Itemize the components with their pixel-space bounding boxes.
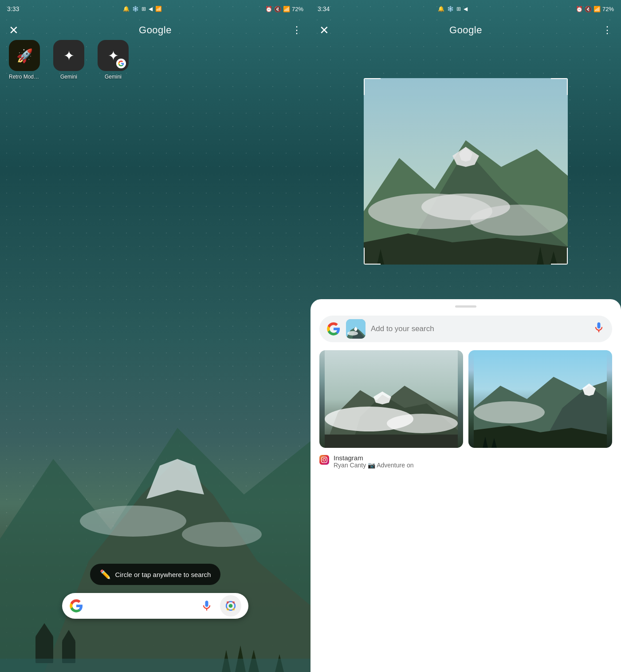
bottom-search-area: ✏️ Circle or tap anywhere to search <box>62 564 248 619</box>
right-status-right: ⏰ 🔇 📶 72% <box>576 6 614 12</box>
viewfinder-overlay <box>364 78 568 265</box>
left-more-button[interactable]: ⋮ <box>292 24 302 36</box>
instagram-icon <box>319 455 329 465</box>
results-grid <box>310 342 621 448</box>
right-nav-icon: ◀ <box>464 6 468 12</box>
right-close-button[interactable]: ✕ <box>319 24 329 37</box>
right-grid-icon: ⊞ <box>456 6 461 12</box>
sheet-mic-button[interactable] <box>593 321 605 336</box>
svg-rect-51 <box>325 435 458 448</box>
source-author: Ryan Canty <box>334 462 366 469</box>
alarm-icon: ⏰ <box>265 6 272 12</box>
source-info: Instagram Ryan Canty 📷 Adventure on <box>310 448 621 469</box>
svg-point-56 <box>474 401 545 423</box>
battery-right: 72% <box>602 6 614 12</box>
gemini1-app-icon-item[interactable]: ✦ Gemini <box>53 40 84 80</box>
source-icon-small: 📷 <box>368 462 377 469</box>
result-card-2[interactable] <box>468 350 612 448</box>
app-icons-row: 🚀 Retro Mode - Ne... ✦ Gemini ✦ <box>9 40 129 80</box>
corner-tl <box>364 78 381 95</box>
left-google-title: Google <box>139 24 172 36</box>
gemini2-icon-box: ✦ <box>98 40 129 71</box>
gemini1-icon-box: ✦ <box>53 40 84 71</box>
left-time: 3:33 <box>7 5 19 12</box>
svg-point-50 <box>387 414 458 433</box>
source-text-block: Instagram Ryan Canty 📷 Adventure on <box>334 454 413 469</box>
svg-point-43 <box>347 331 358 336</box>
sheet-handle <box>455 305 476 308</box>
right-time: 3:34 <box>318 5 330 12</box>
circle-hint-icon: ✏️ <box>100 569 111 580</box>
svg-point-15 <box>229 604 233 608</box>
mic-button[interactable] <box>199 598 215 614</box>
viewfinder-area <box>310 43 621 300</box>
right-status-icons: 🔔 ❄️ ⊞ ◀ <box>438 6 468 12</box>
source-adventure: Adventure on <box>377 462 413 469</box>
corner-bl <box>364 248 381 265</box>
right-mute-icon: 🔇 <box>585 6 592 12</box>
gemini2-app-icon-item[interactable]: ✦ Gemini <box>98 40 129 80</box>
source-author-text: Ryan Canty 📷 Adventure on <box>334 462 413 469</box>
right-screen: 3:34 🔔 ❄️ ⊞ ◀ ⏰ 🔇 📶 72% ✕ Google ⋮ <box>310 0 621 672</box>
add-to-search-input[interactable] <box>371 324 587 333</box>
circle-hint: ✏️ Circle or tap anywhere to search <box>90 564 221 585</box>
svg-point-3 <box>80 506 186 537</box>
notification-icon: 🔔 <box>123 6 130 12</box>
right-header: ✕ Google ⋮ <box>310 18 621 43</box>
right-status-bar: 3:34 🔔 ❄️ ⊞ ◀ ⏰ 🔇 📶 72% <box>310 0 621 18</box>
google-g-logo <box>69 599 83 613</box>
navigation-icon: ◀ <box>149 6 153 12</box>
right-google-title: Google <box>449 24 482 36</box>
sheet-google-logo <box>326 322 341 336</box>
result-card-1[interactable] <box>319 350 463 448</box>
svg-rect-13 <box>0 659 310 672</box>
right-alarm-icon: ⏰ <box>576 6 583 12</box>
svg-point-4 <box>182 522 262 547</box>
left-search-bar[interactable] <box>62 593 248 619</box>
sheet-search-bar[interactable] <box>319 316 612 342</box>
results-sheet: Instagram Ryan Canty 📷 Adventure on <box>310 299 621 672</box>
left-status-right: ⏰ 🔇 📶 72% <box>265 6 303 12</box>
grid-icon: ⊞ <box>141 6 146 12</box>
corner-br <box>551 248 568 265</box>
signal-icon-left: 📶 <box>155 6 162 12</box>
gemini2-app-label: Gemini <box>105 74 122 80</box>
circle-hint-text: Circle or tap anywhere to search <box>115 571 211 578</box>
retro-app-icon-item[interactable]: 🚀 Retro Mode - Ne... <box>9 40 40 80</box>
wifi-icon: 📶 <box>283 6 290 12</box>
left-status-bar: 3:33 🔔 ❄️ ⊞ ◀ 📶 ⏰ 🔇 📶 72% <box>0 0 310 18</box>
right-wifi-icon: 📶 <box>593 6 601 12</box>
viewfinder-box <box>364 78 568 265</box>
mute-icon: 🔇 <box>274 6 281 12</box>
corner-tr <box>551 78 568 95</box>
source-platform: Instagram <box>334 454 413 462</box>
left-status-icons: 🔔 ❄️ ⊞ ◀ 📶 <box>123 6 162 12</box>
search-thumbnail <box>346 319 366 339</box>
right-snowflake-icon: ❄️ <box>447 6 454 12</box>
right-more-button[interactable]: ⋮ <box>602 24 612 36</box>
left-screen: 3:33 🔔 ❄️ ⊞ ◀ 📶 ⏰ 🔇 📶 72% ✕ Google ⋮ 🚀 R… <box>0 0 310 672</box>
retro-icon-box: 🚀 <box>9 40 40 71</box>
left-close-button[interactable]: ✕ <box>9 24 19 37</box>
snowflake-icon: ❄️ <box>132 6 139 12</box>
gemini-g-overlay <box>116 59 126 68</box>
gemini-star-icon: ✦ <box>63 48 75 63</box>
gemini1-app-label: Gemini <box>60 74 77 80</box>
lens-button[interactable] <box>220 595 241 617</box>
right-notification-icon: 🔔 <box>438 6 444 12</box>
battery-left: 72% <box>292 6 303 12</box>
left-header: ✕ Google ⋮ <box>0 18 310 43</box>
retro-app-label: Retro Mode - Ne... <box>9 74 40 80</box>
